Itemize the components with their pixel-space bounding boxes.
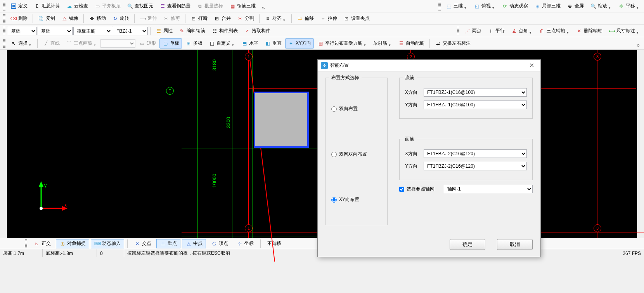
line-button[interactable]: ╱直线 xyxy=(40,38,62,49)
reference-axis-checkbox[interactable] xyxy=(399,187,404,192)
orbit-button[interactable]: ⟳动态观察 xyxy=(499,1,531,11)
reference-axis-select[interactable]: 轴网-1 xyxy=(444,185,533,193)
custom-icon: ◫ xyxy=(209,40,215,47)
radio-bidirectional[interactable]: 双向布置 xyxy=(331,106,382,112)
radio-dual-input[interactable] xyxy=(331,152,337,157)
component-list-button[interactable]: ☷构件列表 xyxy=(209,26,241,36)
perp-icon: ⊥ xyxy=(160,241,166,247)
drawing-canvas[interactable]: 3180 3300 10000 E 1 2 3 1 3 y x ✛ 智能布置 xyxy=(0,50,644,238)
find-element-button[interactable]: 🔍查找图元 xyxy=(124,1,156,11)
category-3-select[interactable]: 筏板主筋 xyxy=(73,27,112,35)
delete-aux-button[interactable]: ✕删除辅轴 xyxy=(573,26,605,36)
multi-plate-button[interactable]: ⊞多板 xyxy=(183,38,205,49)
cloud-check-button[interactable]: ☁云检查 xyxy=(64,1,91,11)
draw-mode-select[interactable] xyxy=(100,39,135,48)
vertical-button[interactable]: ◧垂直 xyxy=(262,38,284,49)
single-plate-button[interactable]: ▢单板 xyxy=(159,38,182,49)
zoom-button[interactable]: 🔍缩放 xyxy=(587,1,615,11)
horizontal-button[interactable]: ⬒水平 xyxy=(239,38,261,49)
edit-rebar-button[interactable]: ✎编辑钢筋 xyxy=(176,26,208,36)
perpendicular-snap[interactable]: ⊥垂点 xyxy=(156,239,180,248)
top-x-select[interactable]: FT1FBZJ-2(C16@120) xyxy=(424,149,527,158)
toolbar-handle[interactable] xyxy=(457,27,459,35)
align-button[interactable]: ≡对齐 xyxy=(262,14,289,24)
properties-button[interactable]: ☰属性 xyxy=(153,26,175,36)
ortho-toggle[interactable]: ⊾正交 xyxy=(30,239,54,248)
rebar-3d-button[interactable]: ▦钢筋三维 xyxy=(227,1,258,11)
radio-dual-grid[interactable]: 双网双向布置 xyxy=(331,151,382,158)
top-view-button[interactable]: ◰俯视 xyxy=(471,1,498,11)
move-button[interactable]: ✥移动 xyxy=(86,14,109,24)
ok-button[interactable]: 确定 xyxy=(450,239,485,250)
fullscreen-button[interactable]: ⊕全屏 xyxy=(564,1,587,11)
dialog-close-button[interactable]: ✕ xyxy=(526,61,537,70)
view-rebar-button[interactable]: ☲查看钢筋量 xyxy=(157,1,193,11)
pick-component-button[interactable]: ➚拾取构件 xyxy=(241,26,273,36)
radio-bi-input[interactable] xyxy=(331,106,337,112)
toolbar4-overflow[interactable] xyxy=(634,38,642,49)
copy-button[interactable]: ⿻复制 xyxy=(35,14,58,24)
three-point-aux-button[interactable]: ⫚三点辅轴 xyxy=(536,26,573,36)
merge-button[interactable]: ⊞合并 xyxy=(211,14,234,24)
trim-button[interactable]: ✂修剪 xyxy=(160,14,183,24)
split-button[interactable]: ✂分割 xyxy=(234,14,257,24)
angle-button[interactable]: ∡点角 xyxy=(508,26,535,36)
snap-toggle[interactable]: ◎对象捕捉 xyxy=(56,239,89,248)
selected-plate[interactable] xyxy=(254,92,309,148)
rotate-button[interactable]: ↻旋转 xyxy=(109,14,132,24)
dialog-titlebar[interactable]: ✛ 智能布置 ✕ xyxy=(318,60,540,71)
intersection-snap[interactable]: ✕交点 xyxy=(131,239,155,248)
arc-button[interactable]: ⌒三点画弧 xyxy=(63,38,100,49)
delete-button[interactable]: ⌫删除 xyxy=(8,14,30,24)
parallel-button[interactable]: ⫲平行 xyxy=(485,26,507,36)
fps-cell: 267 FPS xyxy=(620,249,644,257)
top-y-select[interactable]: FT1FBZJ-2(C16@120) xyxy=(424,162,527,170)
toolbar-handle[interactable] xyxy=(3,39,5,48)
category-4-select[interactable]: FBZJ-1 xyxy=(113,27,148,35)
auto-rebar-button[interactable]: ☰自动配筋 xyxy=(395,38,427,49)
stretch-button[interactable]: ↔拉伸 xyxy=(317,14,340,24)
bottom-x-select[interactable]: FT1FBZJ-1(C16@100) xyxy=(424,88,527,97)
swap-annotation-button[interactable]: ⇄交换左右标注 xyxy=(432,38,473,49)
3d-view-button[interactable]: ⬚三维 xyxy=(443,1,470,11)
radio-xy[interactable]: XY向布置 xyxy=(331,196,382,203)
local-3d-button[interactable]: ◈局部三维 xyxy=(531,1,563,11)
radial-rebar-button[interactable]: 放射筋 xyxy=(370,38,395,49)
dimension-button[interactable]: ⟷尺寸标注 xyxy=(606,26,642,36)
rect-button[interactable]: ▭矩形 xyxy=(136,38,159,49)
toolbar-handle[interactable] xyxy=(25,239,27,248)
xy-direction-button[interactable]: ✦XY方向 xyxy=(285,38,314,49)
category-1-select[interactable]: 基础 xyxy=(8,27,37,35)
list-icon: ☷ xyxy=(211,28,218,34)
y-dir-label: Y方向 xyxy=(405,102,421,108)
select-button[interactable]: ↖选择 xyxy=(8,38,35,49)
cancel-button[interactable]: 取消 xyxy=(497,239,533,250)
batch-select-button[interactable]: ⧉批量选择 xyxy=(194,1,226,11)
pan-button[interactable]: ✥平移 xyxy=(615,1,642,11)
bottom-y-select[interactable]: FT1FBZJ-1(C16@100) xyxy=(424,101,527,109)
set-node-button[interactable]: ⊡设置夹点 xyxy=(341,14,372,24)
toolbar-handle[interactable] xyxy=(3,27,5,35)
toolbar-handle[interactable] xyxy=(3,2,5,10)
mirror-button[interactable]: ⧋镜像 xyxy=(59,14,81,24)
no-offset-toggle[interactable]: 不偏移 xyxy=(264,239,285,248)
toolbar-handle[interactable] xyxy=(438,2,441,10)
radio-xy-input[interactable] xyxy=(331,197,337,203)
vertex-snap[interactable]: ⬠顶点 xyxy=(208,239,232,248)
parallel-edge-button[interactable]: ▦平行边布置受力筋 xyxy=(315,38,370,49)
dynamic-input-toggle[interactable]: ⌨动态输入 xyxy=(91,239,124,248)
toolbar1-overflow[interactable] xyxy=(259,1,268,11)
custom-button[interactable]: ◫自定义 xyxy=(206,38,238,49)
sum-calc-button[interactable]: Σ汇总计算 xyxy=(31,1,63,11)
toolbar-handle[interactable] xyxy=(3,14,5,23)
midpoint-snap[interactable]: △中点 xyxy=(182,239,206,248)
two-point-button[interactable]: ⋰两点 xyxy=(462,26,484,36)
define-button[interactable]: 定义 xyxy=(8,1,30,11)
break-button[interactable]: ⊟打断 xyxy=(188,14,210,24)
offset-button[interactable]: ⇉偏移 xyxy=(294,14,317,24)
extend-button[interactable]: ⟶延伸 xyxy=(137,14,159,24)
coord-snap[interactable]: ⊹坐标 xyxy=(233,239,257,248)
flat-top-button[interactable]: ▭平齐板顶 xyxy=(92,1,123,11)
category-2-select[interactable]: 基础 xyxy=(38,27,73,35)
dropdown-icon xyxy=(464,5,467,8)
